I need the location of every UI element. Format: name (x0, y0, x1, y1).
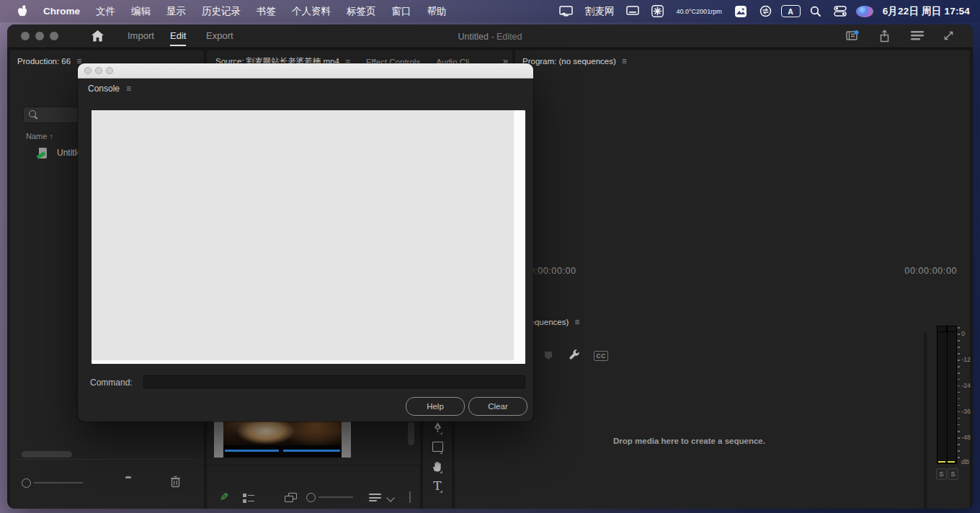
meter-channel-divider (947, 326, 948, 463)
console-titlebar[interactable] (78, 63, 533, 79)
document-title: Untitled - Edited (7, 32, 973, 42)
console-zoom-button[interactable] (106, 67, 113, 74)
menubar-app-name[interactable]: Chrome (35, 6, 88, 17)
meter-unit-label: dB (961, 458, 969, 465)
search-icon (29, 110, 36, 117)
name-column-header[interactable]: Name ↑ (26, 132, 53, 140)
footer-separator (409, 491, 411, 503)
menu-tabs[interactable]: 标签页 (339, 5, 384, 18)
edit-in-place-pencil-icon[interactable]: ✎ (220, 491, 229, 504)
program-tab-label: Program: (no sequences) (522, 57, 616, 66)
menubar-datetime[interactable]: 6月22日 周日 17:54 (880, 5, 973, 18)
audio-meter-bars (937, 326, 957, 464)
panel-menu-icon[interactable]: ≡ (574, 317, 579, 327)
meter-tick-marks (958, 327, 960, 463)
screen-mirroring-icon[interactable] (556, 6, 576, 17)
sort-ascending-icon: ↑ (49, 132, 53, 140)
hand-tool[interactable] (428, 458, 447, 474)
panel-menu-icon[interactable]: ≡ (126, 84, 131, 94)
meter-right-level (948, 461, 955, 463)
fan-icon[interactable] (649, 5, 667, 17)
menu-profiles[interactable]: 个人资料 (284, 5, 339, 18)
quick-export-panel-icon[interactable] (846, 30, 859, 41)
trash-icon[interactable] (170, 476, 181, 488)
help-button[interactable]: Help (406, 397, 465, 416)
menu-edit[interactable]: 编辑 (123, 5, 159, 18)
sequence-item-icon (36, 146, 50, 160)
meter-tick-36: -36 (961, 408, 971, 415)
thumbnail-zoom-out-knob[interactable] (306, 493, 316, 502)
apple-menu[interactable] (10, 5, 35, 17)
timeline-marker-icon[interactable] (544, 351, 553, 360)
sync-status-icon[interactable] (757, 5, 775, 17)
input-method-indicator[interactable]: A (781, 5, 801, 17)
fan-speed-value: 2001rpm (696, 8, 722, 15)
thumb-playhead (279, 448, 283, 453)
console-close-button[interactable] (84, 67, 92, 74)
solo-right-button[interactable]: S (948, 468, 958, 480)
temperature-value: 40.0°C (676, 8, 696, 15)
console-tab-label: Console (88, 84, 120, 94)
solo-left-button[interactable]: S (936, 468, 947, 480)
command-label: Command: (90, 378, 133, 388)
timecode-duration: 00:00:00:00 (904, 266, 957, 276)
project-footer-divider (207, 465, 420, 465)
meter-left-level (938, 461, 945, 463)
zoom-control (22, 473, 195, 492)
macos-menu-bar: Chrome 文件 编辑 显示 历史记录 书签 个人资料 标签页 窗口 帮助 割… (0, 0, 980, 22)
apple-icon (17, 5, 28, 17)
timeline-settings-wrench-icon[interactable] (568, 348, 581, 361)
type-tool[interactable]: T (428, 478, 447, 494)
zoom-slider[interactable] (34, 482, 83, 483)
thumb-scrub-strip[interactable] (223, 445, 342, 458)
console-output-text (92, 110, 514, 360)
console-output-area[interactable] (92, 110, 525, 364)
pen-tool[interactable] (428, 419, 447, 435)
panel-menu-icon[interactable]: ≡ (622, 56, 627, 66)
command-input[interactable] (143, 375, 525, 388)
sensor-readout[interactable]: 40.0°C 2001rpm (673, 8, 724, 15)
spotlight-search-icon[interactable] (807, 6, 824, 17)
fullscreen-icon[interactable] (943, 30, 955, 42)
meter-tick-48: -48 (961, 434, 971, 441)
menu-view[interactable]: 显示 (159, 5, 194, 18)
horizontal-scrollbar[interactable] (22, 451, 72, 458)
thumbnail-zoom-slider[interactable] (318, 496, 353, 498)
drop-media-hint: Drop media here to create a sequence. (455, 437, 924, 445)
app-titlebar: Import Edit Export Untitled - Edited (7, 24, 973, 48)
desktop: Chrome 文件 编辑 显示 历史记录 书签 个人资料 标签页 窗口 帮助 割… (0, 0, 980, 513)
sort-chevron-down-icon[interactable] (386, 494, 394, 501)
production-panel-header[interactable]: Production: 66 ≡ (17, 56, 81, 66)
program-panel: Program: (no sequences) ≡ 00:00:00:00 00… (515, 50, 970, 333)
list-bottom-border (16, 459, 195, 460)
photos-icon[interactable] (731, 5, 750, 18)
console-minimize-button[interactable] (95, 67, 102, 74)
name-column-label: Name (26, 132, 47, 140)
display-icon[interactable] (623, 6, 642, 17)
vertical-scrollbar[interactable] (408, 421, 414, 445)
console-window[interactable]: Console ≡ Command: Help Clear (78, 63, 533, 421)
share-icon[interactable] (878, 30, 891, 43)
meter-tick-12: -12 (961, 356, 971, 363)
meter-left-peak-cell (937, 326, 947, 332)
console-tab[interactable]: Console ≡ (88, 84, 131, 94)
zoom-out-knob[interactable] (22, 478, 31, 488)
menu-history[interactable]: 历史记录 (194, 5, 249, 18)
menu-window[interactable]: 窗口 (384, 5, 419, 18)
rectangle-tool[interactable] (428, 439, 447, 455)
captions-icon[interactable]: CC (594, 351, 608, 361)
program-tab[interactable]: Program: (no sequences) ≡ (522, 56, 627, 66)
workspaces-icon[interactable] (910, 31, 925, 41)
audio-meters-panel[interactable]: 0 -12 -24 -36 -48 dB S S (927, 311, 970, 509)
menu-bookmarks[interactable]: 书签 (249, 5, 284, 18)
document-name: Untitled (458, 32, 489, 42)
meter-tick-0: 0 (961, 330, 965, 337)
menubar-site-label[interactable]: 割麦网 (582, 5, 618, 18)
menu-help[interactable]: 帮助 (419, 5, 455, 18)
menu-file[interactable]: 文件 (88, 5, 123, 18)
siri-icon[interactable] (856, 6, 873, 17)
clear-button[interactable]: Clear (468, 397, 527, 416)
control-center-icon[interactable] (831, 6, 850, 17)
meter-tick-24: -24 (961, 382, 971, 389)
production-panel-title: Production: 66 (17, 57, 71, 66)
